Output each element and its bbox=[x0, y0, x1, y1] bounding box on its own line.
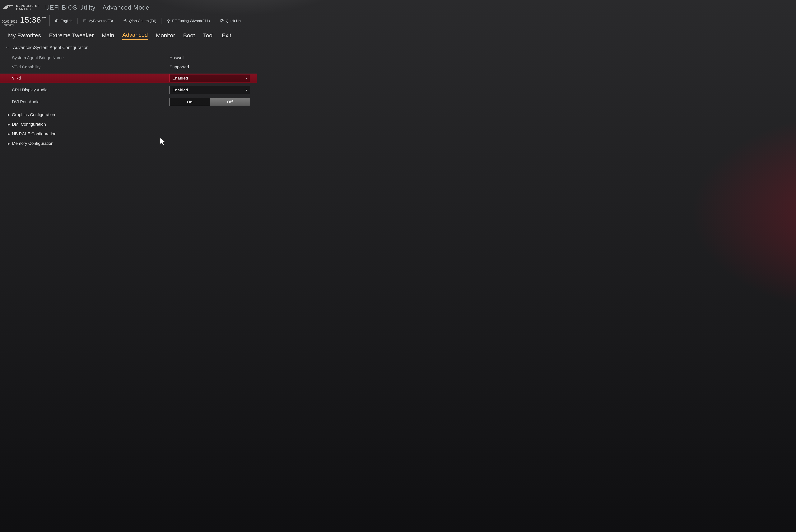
vtd-dropdown-value: Enabled bbox=[173, 76, 188, 80]
vtd-cap-value: Supported bbox=[169, 64, 252, 70]
separator bbox=[118, 18, 118, 24]
bulb-icon bbox=[166, 19, 171, 23]
separator bbox=[77, 18, 78, 24]
favorite-icon bbox=[83, 19, 87, 23]
chevron-down-icon: ▾ bbox=[246, 89, 247, 92]
chevron-right-icon: ▶ bbox=[8, 122, 10, 126]
myfavorite-button[interactable]: MyFavorite(F3) bbox=[83, 19, 113, 23]
bridge-name-value: Haswell bbox=[169, 55, 252, 60]
tab-my-favorites[interactable]: My Favorites bbox=[8, 32, 41, 40]
chevron-down-icon: ▾ bbox=[246, 77, 247, 80]
row-cpu-display-audio[interactable]: CPU Display Audio Enabled ▾ bbox=[0, 86, 257, 95]
rog-eye-icon bbox=[2, 3, 14, 12]
submenu-nbpcie-label: NB PCI-E Configuration bbox=[12, 131, 56, 136]
rog-logo: REPUBLIC OF GAMERS bbox=[2, 3, 40, 12]
dvi-audio-label: DVI Port Audio bbox=[12, 99, 169, 104]
row-dvi-port-audio[interactable]: DVI Port Audio On Off bbox=[0, 97, 257, 107]
submenu-memory-label: Memory Configuration bbox=[12, 141, 53, 146]
vtd-cap-label: VT-d Capability bbox=[12, 64, 169, 70]
language-button[interactable]: English bbox=[55, 19, 72, 23]
separator bbox=[215, 18, 215, 24]
svg-point-0 bbox=[8, 6, 10, 7]
tab-boot[interactable]: Boot bbox=[183, 32, 195, 40]
tab-main[interactable]: Main bbox=[102, 32, 114, 40]
tab-exit[interactable]: Exit bbox=[222, 32, 231, 40]
tab-extreme-tweaker[interactable]: Extreme Tweaker bbox=[49, 32, 94, 40]
row-vtd-capability: VT-d Capability Supported bbox=[0, 62, 257, 72]
gear-icon bbox=[42, 15, 46, 20]
tab-monitor[interactable]: Monitor bbox=[156, 32, 175, 40]
bridge-name-label: System Agent Bridge Name bbox=[12, 55, 169, 60]
note-icon bbox=[220, 19, 224, 23]
main-tabs: My Favorites Extreme Tweaker Main Advanc… bbox=[0, 29, 257, 42]
cpu-audio-dropdown[interactable]: Enabled ▾ bbox=[169, 86, 250, 94]
cpu-audio-label: CPU Display Audio bbox=[12, 88, 169, 93]
info-bar: 09/03/2015 Thursday 15:36 English MyFavo… bbox=[0, 12, 257, 29]
chevron-right-icon: ▶ bbox=[8, 113, 10, 117]
dvi-audio-toggle[interactable]: On Off bbox=[169, 98, 250, 106]
date-text: 09/03/2015 bbox=[2, 20, 17, 23]
fan-icon bbox=[123, 19, 127, 23]
myfavorite-label: MyFavorite(F3) bbox=[88, 19, 113, 23]
ez-wizard-label: EZ Tuning Wizard(F11) bbox=[172, 19, 210, 23]
header-brand: REPUBLIC OF GAMERS UEFI BIOS Utility – A… bbox=[0, 0, 257, 12]
svg-point-1 bbox=[43, 17, 44, 18]
quicknote-label: Quick No bbox=[226, 19, 241, 23]
qfan-button[interactable]: Qfan Control(F6) bbox=[123, 19, 156, 23]
time-text: 15:36 bbox=[20, 15, 41, 24]
chevron-right-icon: ▶ bbox=[8, 142, 10, 146]
datetime-block: 09/03/2015 Thursday 15:36 bbox=[2, 15, 50, 26]
row-vtd[interactable]: VT-d Enabled ▾ bbox=[0, 74, 257, 83]
chevron-right-icon: ▶ bbox=[8, 132, 10, 136]
dvi-toggle-on[interactable]: On bbox=[170, 98, 210, 106]
language-label: English bbox=[60, 19, 72, 23]
vtd-dropdown[interactable]: Enabled ▾ bbox=[169, 74, 250, 82]
brand-line1: REPUBLIC OF bbox=[16, 4, 40, 7]
svg-point-4 bbox=[125, 20, 126, 21]
quicknote-button[interactable]: Quick No bbox=[220, 19, 241, 23]
vtd-label: VT-d bbox=[12, 76, 169, 81]
breadcrumb-text: Advanced\System Agent Configuration bbox=[13, 45, 89, 50]
submenu-dmi-label: DMI Configuration bbox=[12, 122, 46, 127]
ez-wizard-button[interactable]: EZ Tuning Wizard(F11) bbox=[166, 19, 210, 23]
submenu-memory-config[interactable]: ▶ Memory Configuration bbox=[0, 139, 257, 148]
submenu-graphics-config[interactable]: ▶ Graphics Configuration bbox=[0, 110, 257, 119]
day-text: Thursday bbox=[2, 23, 17, 26]
cpu-audio-dropdown-value: Enabled bbox=[173, 88, 188, 92]
globe-icon bbox=[55, 19, 59, 23]
submenu-dmi-config[interactable]: ▶ DMI Configuration bbox=[0, 119, 257, 129]
qfan-label: Qfan Control(F6) bbox=[129, 19, 156, 23]
dvi-toggle-off[interactable]: Off bbox=[210, 98, 250, 106]
submenu-nbpcie-config[interactable]: ▶ NB PCI-E Configuration bbox=[0, 129, 257, 139]
back-button[interactable]: ← bbox=[5, 45, 10, 50]
clock-settings-button[interactable] bbox=[42, 15, 46, 20]
breadcrumb: ← Advanced\System Agent Configuration bbox=[0, 42, 257, 52]
row-bridge-name: System Agent Bridge Name Haswell bbox=[0, 53, 257, 62]
settings-panel: System Agent Bridge Name Haswell VT-d Ca… bbox=[0, 52, 257, 148]
brand-line2: GAMERS bbox=[16, 7, 40, 11]
submenu-graphics-label: Graphics Configuration bbox=[12, 112, 55, 117]
tab-tool[interactable]: Tool bbox=[203, 32, 214, 40]
tab-advanced[interactable]: Advanced bbox=[122, 32, 148, 40]
app-title: UEFI BIOS Utility – Advanced Mode bbox=[45, 4, 149, 11]
